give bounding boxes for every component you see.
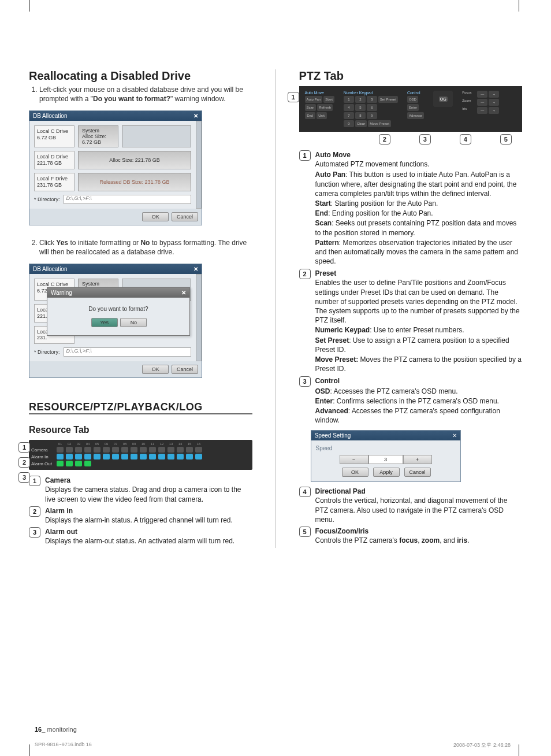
zoom-plus[interactable]: + xyxy=(489,99,499,106)
close-icon-2[interactable]: ✕ xyxy=(193,266,198,272)
kp-8[interactable]: 8 xyxy=(355,112,366,119)
drive-c-label: Local C Drive 6.72 GB xyxy=(34,125,75,147)
kp-9[interactable]: 9 xyxy=(367,112,377,119)
kp-1[interactable]: 1 xyxy=(344,96,354,103)
directional-pad[interactable]: OG xyxy=(433,91,453,107)
footer-file: SPR-9816~9716.indb 16 xyxy=(35,742,92,749)
resource-tab-heading: Resource Tab xyxy=(29,425,252,435)
no-button[interactable]: No xyxy=(120,318,147,327)
alarmout-term: Alarm out xyxy=(45,528,77,536)
grp-control: Control xyxy=(407,91,424,95)
speed-cancel-button[interactable]: Cancel xyxy=(404,468,431,477)
btn-setpreset[interactable]: Set Preset xyxy=(378,96,398,103)
s2a: Click xyxy=(39,239,56,247)
ptz-callout-2: 2 xyxy=(379,134,390,144)
cancel-button-2[interactable]: Cancel xyxy=(172,365,198,374)
dialog-title-2: DB Allocation xyxy=(33,266,67,272)
directory-label-2: * Directory: xyxy=(34,349,60,355)
btn-clear[interactable]: Clear xyxy=(355,120,367,127)
s2yes: Yes xyxy=(56,239,68,247)
row-camera: Camera xyxy=(31,447,54,453)
warning-dialog: Warning ✕ Do you want to format? Yes No xyxy=(47,287,190,336)
adv-term: Advanced xyxy=(315,407,348,415)
focus-plus[interactable]: + xyxy=(489,91,499,98)
btn-advance[interactable]: Advance xyxy=(407,112,424,119)
db-allocation-dialog: DB Allocation ✕ Local C Drive 6.72 GB Sy… xyxy=(29,110,202,225)
speed-apply-button[interactable]: Apply xyxy=(373,468,400,477)
drive-c-system: System Alloc Size: 6.72 GB xyxy=(78,125,118,147)
def-automove-co: 1 xyxy=(299,150,311,161)
step1-tail: " warning window. xyxy=(170,95,226,103)
drive-d-label: Local D Drive 221.78 GB xyxy=(34,151,75,169)
kp-0[interactable]: 0 xyxy=(344,120,354,127)
scrollbar[interactable] xyxy=(196,121,202,208)
btn-scan[interactable]: Scan xyxy=(305,104,317,111)
btn-end[interactable]: End xyxy=(305,112,315,119)
ptz-callout-4: 4 xyxy=(460,134,471,144)
grp-automove: Auto Move xyxy=(305,91,334,95)
close-icon[interactable]: ✕ xyxy=(193,113,198,119)
lbl-iris: Iris xyxy=(462,107,476,114)
fzi-lead: Controls the PTZ camera's xyxy=(315,536,400,544)
end-term: End xyxy=(315,209,329,217)
cancel-button[interactable]: Cancel xyxy=(172,212,198,221)
alarmin-desc: Displays the alarm-in status. A triggere… xyxy=(45,516,233,524)
kp-7[interactable]: 7 xyxy=(344,112,354,119)
automove-desc: Automated PTZ movement functions. xyxy=(315,160,430,168)
iris-minus[interactable]: — xyxy=(477,107,487,114)
enter-term: Enter xyxy=(315,397,333,405)
grp-preset: Number Keypad xyxy=(344,91,398,95)
callout-2: 2 xyxy=(18,457,30,468)
btn-movepreset[interactable]: Move Preset xyxy=(368,120,391,127)
yes-button[interactable]: Yes xyxy=(91,318,118,327)
control-term: Control xyxy=(315,377,340,385)
page-number: 16_ monitoring xyxy=(35,726,77,733)
mp-term: Move Preset: xyxy=(315,355,359,364)
osd-desc: : Accesses the PTZ camera's OSD menu. xyxy=(330,387,458,395)
kp-5[interactable]: 5 xyxy=(355,104,366,111)
btn-refresh[interactable]: Refresh xyxy=(317,104,333,111)
btn-osd[interactable]: OSD xyxy=(407,96,418,103)
nk-desc: : Use to enter Preset numbers. xyxy=(370,326,464,334)
btn-start[interactable]: Start xyxy=(323,96,334,103)
speed-ok-button[interactable]: OK xyxy=(342,468,368,477)
pattern-term: Pattern xyxy=(315,239,339,247)
ptz-toolbar: Auto Move Auto Pan Start Scan Refresh En… xyxy=(299,86,523,132)
ok-button[interactable]: OK xyxy=(142,212,169,221)
focus-minus[interactable]: — xyxy=(477,91,487,98)
directory-input-2[interactable]: D:\,G:\,>F:\ xyxy=(64,347,191,357)
osd-term: OSD xyxy=(315,387,330,395)
callout-1: 1 xyxy=(18,442,30,453)
ptz-callout-1: 1 xyxy=(288,92,299,102)
automove-term: Auto Move xyxy=(315,151,351,159)
directory-input[interactable]: D:\,G:\,>F:\ xyxy=(64,195,191,204)
btn-autopan[interactable]: Auto Pan xyxy=(305,96,323,103)
row-alarmout: Alarm Out xyxy=(31,461,54,466)
camera-term: Camera xyxy=(45,476,70,484)
end-desc: : Ending position for the Auto Pan. xyxy=(328,209,433,217)
kp-6[interactable]: 6 xyxy=(367,104,377,111)
btn-unit[interactable]: Unit xyxy=(317,112,327,119)
speed-close-icon[interactable]: ✕ xyxy=(452,432,457,439)
step-2: Click Yes to initiate formatting or No t… xyxy=(39,238,252,257)
start-desc: : Starting position for the Auto Pan. xyxy=(331,199,438,207)
directory-label: * Directory: xyxy=(34,197,60,202)
btn-enter[interactable]: Enter xyxy=(407,104,419,111)
speed-plus-button[interactable]: + xyxy=(403,455,432,464)
fzi-s2: , and xyxy=(440,536,457,544)
scrollbar-2[interactable] xyxy=(196,274,202,361)
kp-3[interactable]: 3 xyxy=(367,96,377,103)
def-preset-co: 2 xyxy=(299,269,311,279)
speed-value: 3 xyxy=(368,455,403,464)
zoom-minus[interactable]: — xyxy=(477,99,487,106)
ok-button-2[interactable]: OK xyxy=(142,365,169,374)
kp-2[interactable]: 2 xyxy=(355,96,366,103)
speed-minus-button[interactable]: − xyxy=(340,455,368,464)
enter-desc: : Confirms selections in the PTZ camera'… xyxy=(333,397,499,405)
kp-4[interactable]: 4 xyxy=(344,104,354,111)
warning-close-icon[interactable]: ✕ xyxy=(181,290,186,296)
speed-setting-dialog: Speed Setting ✕ Speed − 3 + OK Apply Can… xyxy=(311,430,461,482)
iris-plus[interactable]: + xyxy=(489,107,499,114)
preset-desc: Enables the user to define Pan/Tile posi… xyxy=(315,279,520,324)
ptz-callout-3: 3 xyxy=(419,134,431,144)
